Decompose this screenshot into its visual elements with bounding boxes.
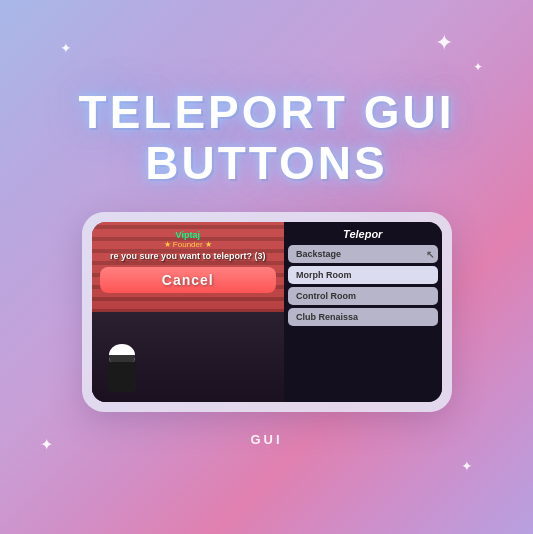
sparkle-icon: ✦ [473, 60, 483, 74]
cancel-button[interactable]: Cancel [100, 267, 277, 293]
sparkle-icon: ✦ [40, 435, 53, 454]
game-ui-overlay: Viptaj ★ Founder ★ re you sure you want … [100, 230, 277, 293]
teleport-btn-backstage[interactable]: Backstage ↖ [288, 245, 438, 263]
character-avatar [102, 342, 142, 392]
game-screenshot: Viptaj ★ Founder ★ re you sure you want … [92, 222, 442, 402]
footer-label: GUI [250, 432, 282, 447]
player-rank: ★ Founder ★ [100, 240, 277, 249]
teleport-btn-morphroom[interactable]: Morph Room [288, 266, 438, 284]
teleport-btn-clubrenaissa[interactable]: Club Renaissa [288, 308, 438, 326]
teleport-menu: Telepor Backstage ↖ Morph Room Control R… [284, 222, 442, 402]
teleport-btn-controlroom[interactable]: Control Room [288, 287, 438, 305]
sparkle-icon: ✦ [435, 30, 453, 56]
sparkle-icon: ✦ [461, 458, 473, 474]
confirm-text: re you sure you want to teleport? (3) [100, 251, 277, 263]
teleport-menu-title: Telepor [288, 228, 438, 240]
title-line-1: TELEPORT GUI [79, 87, 455, 138]
title-container: TELEPORT GUI BUTTONS [79, 87, 455, 188]
cursor-icon: ↖ [426, 249, 434, 260]
sparkle-icon: ✦ [60, 40, 72, 56]
preview-card: Viptaj ★ Founder ★ re you sure you want … [82, 212, 452, 412]
player-name: Viptaj [100, 230, 277, 240]
title-line-2: BUTTONS [145, 138, 388, 189]
game-scene-left: Viptaj ★ Founder ★ re you sure you want … [92, 222, 285, 402]
char-body [108, 362, 136, 392]
